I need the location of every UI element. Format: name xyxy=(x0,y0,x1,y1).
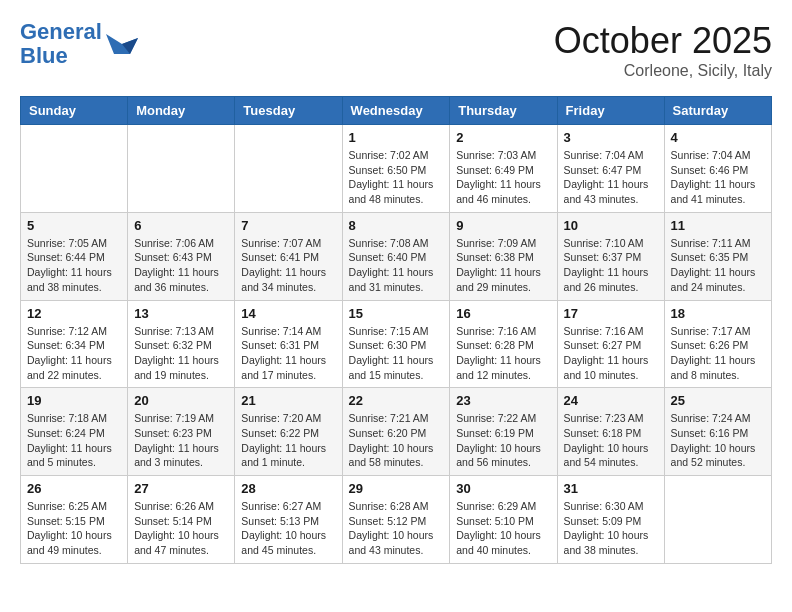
day-number: 16 xyxy=(456,306,550,321)
day-info: Sunrise: 7:15 AMSunset: 6:30 PMDaylight:… xyxy=(349,324,444,383)
calendar-cell: 25Sunrise: 7:24 AMSunset: 6:16 PMDayligh… xyxy=(664,388,771,476)
weekday-header-monday: Monday xyxy=(128,97,235,125)
calendar-cell: 13Sunrise: 7:13 AMSunset: 6:32 PMDayligh… xyxy=(128,300,235,388)
calendar-cell: 21Sunrise: 7:20 AMSunset: 6:22 PMDayligh… xyxy=(235,388,342,476)
calendar-cell xyxy=(664,476,771,564)
day-number: 1 xyxy=(349,130,444,145)
calendar-cell: 16Sunrise: 7:16 AMSunset: 6:28 PMDayligh… xyxy=(450,300,557,388)
day-info: Sunrise: 7:21 AMSunset: 6:20 PMDaylight:… xyxy=(349,411,444,470)
day-info: Sunrise: 6:27 AMSunset: 5:13 PMDaylight:… xyxy=(241,499,335,558)
day-info: Sunrise: 6:29 AMSunset: 5:10 PMDaylight:… xyxy=(456,499,550,558)
month-title: October 2025 xyxy=(554,20,772,62)
weekday-header-row: SundayMondayTuesdayWednesdayThursdayFrid… xyxy=(21,97,772,125)
calendar-week-2: 5Sunrise: 7:05 AMSunset: 6:44 PMDaylight… xyxy=(21,212,772,300)
day-info: Sunrise: 7:22 AMSunset: 6:19 PMDaylight:… xyxy=(456,411,550,470)
calendar-cell: 26Sunrise: 6:25 AMSunset: 5:15 PMDayligh… xyxy=(21,476,128,564)
location-title: Corleone, Sicily, Italy xyxy=(554,62,772,80)
calendar-week-5: 26Sunrise: 6:25 AMSunset: 5:15 PMDayligh… xyxy=(21,476,772,564)
calendar-cell: 17Sunrise: 7:16 AMSunset: 6:27 PMDayligh… xyxy=(557,300,664,388)
calendar-cell: 24Sunrise: 7:23 AMSunset: 6:18 PMDayligh… xyxy=(557,388,664,476)
day-info: Sunrise: 7:24 AMSunset: 6:16 PMDaylight:… xyxy=(671,411,765,470)
calendar-cell: 28Sunrise: 6:27 AMSunset: 5:13 PMDayligh… xyxy=(235,476,342,564)
day-number: 30 xyxy=(456,481,550,496)
day-number: 19 xyxy=(27,393,121,408)
day-info: Sunrise: 7:19 AMSunset: 6:23 PMDaylight:… xyxy=(134,411,228,470)
day-number: 27 xyxy=(134,481,228,496)
calendar-cell: 5Sunrise: 7:05 AMSunset: 6:44 PMDaylight… xyxy=(21,212,128,300)
weekday-header-wednesday: Wednesday xyxy=(342,97,450,125)
day-info: Sunrise: 7:02 AMSunset: 6:50 PMDaylight:… xyxy=(349,148,444,207)
logo-text: General Blue xyxy=(20,20,102,68)
day-number: 4 xyxy=(671,130,765,145)
logo-icon xyxy=(106,30,138,58)
day-info: Sunrise: 7:11 AMSunset: 6:35 PMDaylight:… xyxy=(671,236,765,295)
calendar-cell xyxy=(21,125,128,213)
day-info: Sunrise: 7:10 AMSunset: 6:37 PMDaylight:… xyxy=(564,236,658,295)
day-info: Sunrise: 7:23 AMSunset: 6:18 PMDaylight:… xyxy=(564,411,658,470)
day-info: Sunrise: 7:16 AMSunset: 6:28 PMDaylight:… xyxy=(456,324,550,383)
day-info: Sunrise: 7:05 AMSunset: 6:44 PMDaylight:… xyxy=(27,236,121,295)
day-number: 31 xyxy=(564,481,658,496)
day-number: 6 xyxy=(134,218,228,233)
day-info: Sunrise: 7:18 AMSunset: 6:24 PMDaylight:… xyxy=(27,411,121,470)
day-number: 29 xyxy=(349,481,444,496)
day-info: Sunrise: 7:13 AMSunset: 6:32 PMDaylight:… xyxy=(134,324,228,383)
day-info: Sunrise: 6:26 AMSunset: 5:14 PMDaylight:… xyxy=(134,499,228,558)
calendar-table: SundayMondayTuesdayWednesdayThursdayFrid… xyxy=(20,96,772,564)
day-number: 21 xyxy=(241,393,335,408)
day-info: Sunrise: 7:06 AMSunset: 6:43 PMDaylight:… xyxy=(134,236,228,295)
calendar-cell: 3Sunrise: 7:04 AMSunset: 6:47 PMDaylight… xyxy=(557,125,664,213)
calendar-cell: 29Sunrise: 6:28 AMSunset: 5:12 PMDayligh… xyxy=(342,476,450,564)
page-header: General Blue October 2025 Corleone, Sici… xyxy=(20,20,772,80)
calendar-week-1: 1Sunrise: 7:02 AMSunset: 6:50 PMDaylight… xyxy=(21,125,772,213)
day-number: 12 xyxy=(27,306,121,321)
day-info: Sunrise: 7:12 AMSunset: 6:34 PMDaylight:… xyxy=(27,324,121,383)
day-number: 20 xyxy=(134,393,228,408)
logo: General Blue xyxy=(20,20,138,68)
day-number: 17 xyxy=(564,306,658,321)
day-number: 2 xyxy=(456,130,550,145)
day-number: 24 xyxy=(564,393,658,408)
day-info: Sunrise: 7:16 AMSunset: 6:27 PMDaylight:… xyxy=(564,324,658,383)
calendar-cell: 15Sunrise: 7:15 AMSunset: 6:30 PMDayligh… xyxy=(342,300,450,388)
calendar-cell: 10Sunrise: 7:10 AMSunset: 6:37 PMDayligh… xyxy=(557,212,664,300)
day-info: Sunrise: 6:30 AMSunset: 5:09 PMDaylight:… xyxy=(564,499,658,558)
day-number: 26 xyxy=(27,481,121,496)
calendar-cell: 9Sunrise: 7:09 AMSunset: 6:38 PMDaylight… xyxy=(450,212,557,300)
calendar-cell: 2Sunrise: 7:03 AMSunset: 6:49 PMDaylight… xyxy=(450,125,557,213)
day-number: 7 xyxy=(241,218,335,233)
calendar-cell: 20Sunrise: 7:19 AMSunset: 6:23 PMDayligh… xyxy=(128,388,235,476)
day-number: 5 xyxy=(27,218,121,233)
calendar-cell: 23Sunrise: 7:22 AMSunset: 6:19 PMDayligh… xyxy=(450,388,557,476)
calendar-cell: 1Sunrise: 7:02 AMSunset: 6:50 PMDaylight… xyxy=(342,125,450,213)
day-number: 14 xyxy=(241,306,335,321)
day-number: 3 xyxy=(564,130,658,145)
day-info: Sunrise: 7:03 AMSunset: 6:49 PMDaylight:… xyxy=(456,148,550,207)
calendar-cell: 7Sunrise: 7:07 AMSunset: 6:41 PMDaylight… xyxy=(235,212,342,300)
day-info: Sunrise: 7:20 AMSunset: 6:22 PMDaylight:… xyxy=(241,411,335,470)
calendar-cell: 19Sunrise: 7:18 AMSunset: 6:24 PMDayligh… xyxy=(21,388,128,476)
day-number: 28 xyxy=(241,481,335,496)
weekday-header-sunday: Sunday xyxy=(21,97,128,125)
calendar-cell xyxy=(235,125,342,213)
title-block: October 2025 Corleone, Sicily, Italy xyxy=(554,20,772,80)
calendar-cell: 12Sunrise: 7:12 AMSunset: 6:34 PMDayligh… xyxy=(21,300,128,388)
calendar-cell: 8Sunrise: 7:08 AMSunset: 6:40 PMDaylight… xyxy=(342,212,450,300)
day-info: Sunrise: 7:09 AMSunset: 6:38 PMDaylight:… xyxy=(456,236,550,295)
day-info: Sunrise: 6:28 AMSunset: 5:12 PMDaylight:… xyxy=(349,499,444,558)
calendar-week-4: 19Sunrise: 7:18 AMSunset: 6:24 PMDayligh… xyxy=(21,388,772,476)
day-info: Sunrise: 7:17 AMSunset: 6:26 PMDaylight:… xyxy=(671,324,765,383)
day-number: 18 xyxy=(671,306,765,321)
day-number: 22 xyxy=(349,393,444,408)
day-number: 9 xyxy=(456,218,550,233)
day-info: Sunrise: 7:14 AMSunset: 6:31 PMDaylight:… xyxy=(241,324,335,383)
day-number: 8 xyxy=(349,218,444,233)
calendar-cell: 14Sunrise: 7:14 AMSunset: 6:31 PMDayligh… xyxy=(235,300,342,388)
calendar-cell: 27Sunrise: 6:26 AMSunset: 5:14 PMDayligh… xyxy=(128,476,235,564)
calendar-cell: 30Sunrise: 6:29 AMSunset: 5:10 PMDayligh… xyxy=(450,476,557,564)
calendar-cell: 31Sunrise: 6:30 AMSunset: 5:09 PMDayligh… xyxy=(557,476,664,564)
day-number: 15 xyxy=(349,306,444,321)
calendar-week-3: 12Sunrise: 7:12 AMSunset: 6:34 PMDayligh… xyxy=(21,300,772,388)
day-info: Sunrise: 7:04 AMSunset: 6:46 PMDaylight:… xyxy=(671,148,765,207)
calendar-cell: 22Sunrise: 7:21 AMSunset: 6:20 PMDayligh… xyxy=(342,388,450,476)
